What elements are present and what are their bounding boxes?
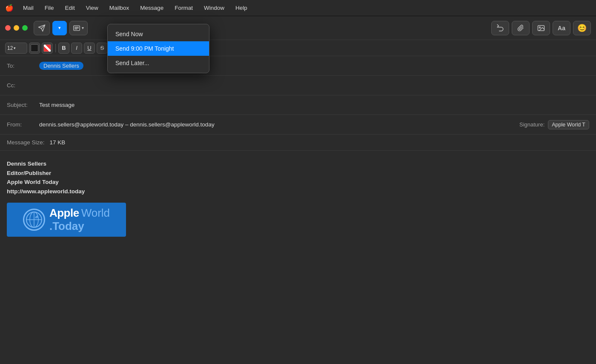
text-color-swatch-black [31, 44, 38, 52]
subject-field-value[interactable]: Test message [39, 102, 589, 108]
paperclip-icon [517, 24, 524, 32]
menubar-help[interactable]: Help [234, 4, 249, 12]
format-options-button[interactable]: ▾ [69, 21, 88, 35]
format-list-icon [73, 25, 80, 31]
italic-button[interactable]: I [71, 43, 82, 54]
logo-text: Apple World .Today [49, 206, 110, 233]
chevron-down-icon: ▾ [58, 25, 61, 31]
strikethrough-button[interactable]: S [97, 43, 108, 54]
send-now-item[interactable]: Send Now [108, 27, 209, 41]
from-field-value: dennis.sellers@appleworld.today – dennis… [39, 121, 516, 128]
logo-world-text: World [81, 206, 110, 220]
photo-button[interactable] [532, 21, 550, 35]
sig-url: http://www.appleworld.today [7, 188, 85, 195]
menubar-format[interactable]: Format [173, 4, 195, 12]
sig-company: Apple World Today [7, 179, 59, 185]
format-bar: 12 ▾ B I U S [0, 40, 596, 56]
message-size-row: Message Size: 17 KB [0, 135, 596, 151]
apple-menu[interactable]: 🍎 [5, 4, 14, 12]
menubar-file[interactable]: File [43, 4, 56, 12]
toolbar: ▾ ▾ [0, 16, 596, 40]
compose-window: ▾ ▾ [0, 16, 596, 364]
logo-apple-text: Apple [49, 206, 79, 220]
bold-button[interactable]: B [58, 43, 69, 54]
message-size-value: 17 KB [50, 139, 66, 146]
menubar-view[interactable]: View [84, 4, 100, 12]
send-icon [38, 24, 46, 32]
signature-label: Signature: [519, 121, 544, 128]
to-field-row: To: Dennis Sellers [0, 56, 596, 76]
signature-block: Dennis Sellers Editor/Publisher Apple Wo… [7, 159, 589, 196]
traffic-lights [5, 25, 28, 31]
font-size-select[interactable]: 12 ▾ [5, 43, 27, 54]
highlight-color-button[interactable] [42, 43, 53, 54]
compose-area: To: Dennis Sellers Cc: Subject: Test mes… [0, 56, 596, 364]
font-size-arrow: ▾ [14, 46, 16, 50]
format-dropdown-arrow: ▾ [82, 26, 84, 30]
sig-title: Editor/Publisher [7, 170, 51, 176]
text-color-swatch-red [43, 44, 51, 52]
logo-globe-icon [23, 209, 45, 231]
send-dropdown-button[interactable]: ▾ [52, 21, 67, 35]
font-button[interactable]: Aa [553, 21, 570, 35]
menubar-edit[interactable]: Edit [63, 4, 77, 12]
logo-image: Apple World .Today [7, 203, 126, 237]
message-size-label: Message Size: [7, 139, 45, 146]
minimize-button[interactable] [14, 25, 19, 31]
cc-field-row: Cc: [0, 76, 596, 95]
toolbar-right: Aa 😊 [491, 21, 591, 35]
attach-button[interactable] [512, 21, 530, 35]
cc-label: Cc: [7, 82, 36, 89]
from-field-row: From: dennis.sellers@appleworld.today – … [0, 115, 596, 135]
body-area[interactable]: Dennis Sellers Editor/Publisher Apple Wo… [0, 151, 596, 364]
globe-svg [26, 211, 43, 228]
undo-icon [496, 24, 504, 32]
separator-1 [55, 44, 56, 52]
from-label: From: [7, 121, 36, 128]
undo-button[interactable] [491, 21, 509, 35]
maximize-button[interactable] [22, 25, 28, 31]
send-dropdown-menu: Send Now Send 9:00 PM Tonight Send Later… [107, 24, 209, 73]
photo-icon [537, 25, 545, 32]
send-9pm-item[interactable]: Send 9:00 PM Tonight [108, 41, 209, 56]
svg-point-7 [539, 27, 541, 28]
emoji-button[interactable]: 😊 [573, 21, 591, 35]
to-label: To: [7, 63, 36, 69]
send-button[interactable] [34, 21, 50, 35]
subject-field-row: Subject: Test message [0, 95, 596, 115]
underline-button[interactable]: U [84, 43, 95, 54]
close-button[interactable] [5, 25, 11, 31]
font-icon: Aa [558, 25, 565, 32]
menubar-message[interactable]: Message [138, 4, 165, 12]
menubar: 🍎 Mail File Edit View Mailbox Message Fo… [0, 0, 596, 16]
send-later-item[interactable]: Send Later... [108, 56, 209, 70]
signature-select[interactable]: Apple World T [548, 120, 589, 129]
subject-label: Subject: [7, 102, 36, 108]
menubar-mail[interactable]: Mail [21, 4, 35, 12]
text-color-button[interactable] [29, 43, 40, 54]
menubar-mailbox[interactable]: Mailbox [108, 4, 131, 12]
emoji-icon: 😊 [577, 23, 587, 33]
sig-name: Dennis Sellers [7, 161, 46, 167]
logo-today-text: .Today [49, 220, 84, 232]
recipient-chip[interactable]: Dennis Sellers [39, 62, 83, 70]
menubar-window[interactable]: Window [202, 4, 226, 12]
